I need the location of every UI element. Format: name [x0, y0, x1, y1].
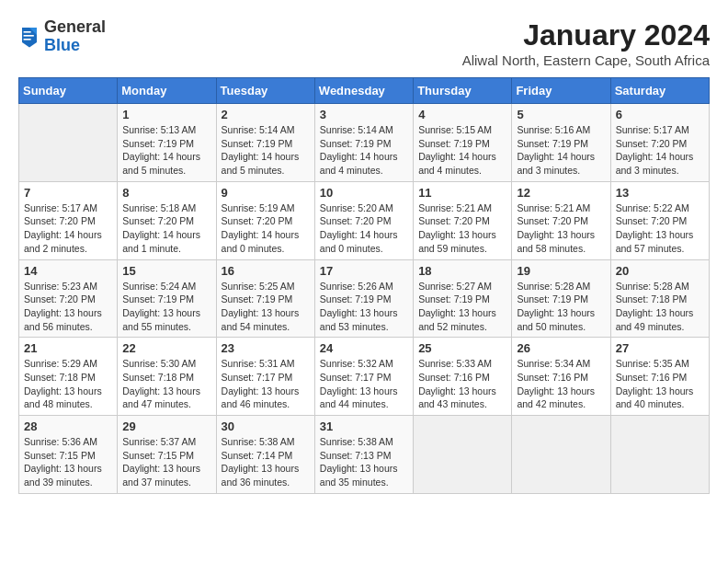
calendar-cell: 15Sunrise: 5:24 AMSunset: 7:19 PMDayligh… [118, 259, 216, 338]
cell-info: Sunrise: 5:29 AMSunset: 7:18 PMDaylight:… [24, 357, 112, 411]
logo-line2: Blue [44, 37, 106, 55]
calendar-cell: 6Sunrise: 5:17 AMSunset: 7:20 PMDaylight… [610, 104, 709, 182]
calendar-cell: 12Sunrise: 5:21 AMSunset: 7:20 PMDayligh… [512, 181, 610, 259]
day-number: 28 [24, 419, 112, 433]
calendar-cell: 7Sunrise: 5:17 AMSunset: 7:20 PMDaylight… [19, 181, 118, 259]
day-number: 15 [122, 264, 210, 278]
cell-info: Sunrise: 5:14 AMSunset: 7:19 PMDaylight:… [222, 123, 310, 178]
calendar-cell: 16Sunrise: 5:25 AMSunset: 7:19 PMDayligh… [216, 259, 314, 338]
calendar-week-5: 28Sunrise: 5:36 AMSunset: 7:15 PMDayligh… [19, 416, 710, 494]
calendar-cell: 20Sunrise: 5:28 AMSunset: 7:18 PMDayligh… [610, 259, 709, 338]
day-number: 6 [616, 108, 704, 121]
day-number: 11 [418, 186, 506, 200]
calendar-cell: 28Sunrise: 5:36 AMSunset: 7:15 PMDayligh… [19, 416, 118, 494]
location-title: Aliwal North, Eastern Cape, South Africa [462, 52, 710, 68]
cell-info: Sunrise: 5:21 AMSunset: 7:20 PMDaylight:… [517, 201, 605, 256]
cell-info: Sunrise: 5:33 AMSunset: 7:16 PMDaylight:… [418, 357, 506, 411]
day-number: 4 [418, 108, 506, 121]
day-number: 19 [517, 264, 605, 278]
calendar-cell: 2Sunrise: 5:14 AMSunset: 7:19 PMDaylight… [216, 104, 314, 182]
cell-info: Sunrise: 5:34 AMSunset: 7:16 PMDaylight:… [517, 357, 605, 411]
calendar-cell: 22Sunrise: 5:30 AMSunset: 7:18 PMDayligh… [118, 338, 216, 416]
cell-info: Sunrise: 5:16 AMSunset: 7:19 PMDaylight:… [517, 123, 605, 178]
calendar-cell: 4Sunrise: 5:15 AMSunset: 7:19 PMDaylight… [414, 104, 512, 182]
calendar-week-2: 7Sunrise: 5:17 AMSunset: 7:20 PMDaylight… [19, 181, 710, 259]
day-number: 7 [24, 186, 112, 200]
logo-text: General Blue [44, 18, 106, 55]
calendar-cell: 29Sunrise: 5:37 AMSunset: 7:15 PMDayligh… [118, 416, 216, 494]
calendar-cell: 5Sunrise: 5:16 AMSunset: 7:19 PMDaylight… [512, 104, 610, 182]
day-number: 25 [418, 341, 506, 355]
calendar-cell: 8Sunrise: 5:18 AMSunset: 7:20 PMDaylight… [118, 181, 216, 259]
calendar-table: SundayMondayTuesdayWednesdayThursdayFrid… [18, 77, 710, 494]
calendar-cell: 11Sunrise: 5:21 AMSunset: 7:20 PMDayligh… [414, 181, 512, 259]
day-number: 22 [122, 341, 210, 355]
calendar-cell [19, 104, 118, 182]
day-number: 27 [616, 341, 704, 355]
cell-info: Sunrise: 5:28 AMSunset: 7:18 PMDaylight:… [616, 280, 704, 334]
svg-rect-4 [24, 39, 31, 40]
day-number: 14 [24, 264, 112, 278]
cell-info: Sunrise: 5:21 AMSunset: 7:20 PMDaylight:… [418, 201, 506, 256]
page-header: General Blue January 2024 Aliwal North, … [18, 18, 710, 68]
cell-info: Sunrise: 5:14 AMSunset: 7:19 PMDaylight:… [320, 123, 408, 178]
day-number: 5 [517, 108, 605, 121]
day-number: 12 [517, 186, 605, 200]
calendar-cell: 9Sunrise: 5:19 AMSunset: 7:20 PMDaylight… [216, 181, 314, 259]
calendar-cell: 21Sunrise: 5:29 AMSunset: 7:18 PMDayligh… [19, 338, 118, 416]
cell-info: Sunrise: 5:17 AMSunset: 7:20 PMDaylight:… [24, 201, 112, 256]
day-number: 23 [222, 341, 310, 355]
title-section: January 2024 Aliwal North, Eastern Cape,… [462, 18, 710, 68]
day-number: 20 [616, 264, 704, 278]
cell-info: Sunrise: 5:15 AMSunset: 7:19 PMDaylight:… [418, 123, 506, 178]
cell-info: Sunrise: 5:24 AMSunset: 7:19 PMDaylight:… [122, 280, 210, 334]
day-number: 10 [320, 186, 408, 200]
cell-info: Sunrise: 5:37 AMSunset: 7:15 PMDaylight:… [122, 435, 210, 489]
calendar-cell: 18Sunrise: 5:27 AMSunset: 7:19 PMDayligh… [414, 259, 512, 338]
day-number: 13 [616, 186, 704, 200]
cell-info: Sunrise: 5:38 AMSunset: 7:13 PMDaylight:… [320, 435, 408, 489]
day-number: 26 [517, 341, 605, 355]
calendar-cell [512, 416, 610, 494]
cell-info: Sunrise: 5:38 AMSunset: 7:14 PMDaylight:… [222, 435, 310, 489]
calendar-cell: 10Sunrise: 5:20 AMSunset: 7:20 PMDayligh… [314, 181, 413, 259]
day-header-wednesday: Wednesday [314, 78, 413, 104]
calendar-cell [610, 416, 709, 494]
calendar-cell: 17Sunrise: 5:26 AMSunset: 7:19 PMDayligh… [314, 259, 413, 338]
day-header-thursday: Thursday [414, 78, 512, 104]
calendar-week-3: 14Sunrise: 5:23 AMSunset: 7:20 PMDayligh… [19, 259, 710, 338]
day-number: 30 [222, 419, 310, 433]
logo-icon [18, 24, 40, 50]
cell-info: Sunrise: 5:20 AMSunset: 7:20 PMDaylight:… [320, 201, 408, 256]
cell-info: Sunrise: 5:30 AMSunset: 7:18 PMDaylight:… [122, 357, 210, 411]
day-number: 17 [320, 264, 408, 278]
cell-info: Sunrise: 5:22 AMSunset: 7:20 PMDaylight:… [616, 201, 704, 256]
month-title: January 2024 [462, 18, 710, 52]
calendar-cell: 13Sunrise: 5:22 AMSunset: 7:20 PMDayligh… [610, 181, 709, 259]
calendar-cell [414, 416, 512, 494]
calendar-cell: 23Sunrise: 5:31 AMSunset: 7:17 PMDayligh… [216, 338, 314, 416]
day-header-tuesday: Tuesday [216, 78, 314, 104]
cell-info: Sunrise: 5:25 AMSunset: 7:19 PMDaylight:… [222, 280, 310, 334]
calendar-cell: 1Sunrise: 5:13 AMSunset: 7:19 PMDaylight… [118, 104, 216, 182]
calendar-cell: 31Sunrise: 5:38 AMSunset: 7:13 PMDayligh… [314, 416, 413, 494]
calendar-cell: 24Sunrise: 5:32 AMSunset: 7:17 PMDayligh… [314, 338, 413, 416]
cell-info: Sunrise: 5:28 AMSunset: 7:19 PMDaylight:… [517, 280, 605, 334]
day-number: 8 [122, 186, 210, 200]
cell-info: Sunrise: 5:27 AMSunset: 7:19 PMDaylight:… [418, 280, 506, 334]
cell-info: Sunrise: 5:31 AMSunset: 7:17 PMDaylight:… [222, 357, 310, 411]
calendar-cell: 19Sunrise: 5:28 AMSunset: 7:19 PMDayligh… [512, 259, 610, 338]
logo-line1: General [44, 18, 106, 37]
calendar-body: 1Sunrise: 5:13 AMSunset: 7:19 PMDaylight… [19, 104, 710, 494]
day-number: 31 [320, 419, 408, 433]
cell-info: Sunrise: 5:17 AMSunset: 7:20 PMDaylight:… [616, 123, 704, 178]
day-header-sunday: Sunday [19, 78, 118, 104]
day-number: 21 [24, 341, 112, 355]
day-number: 2 [222, 108, 310, 121]
cell-info: Sunrise: 5:19 AMSunset: 7:20 PMDaylight:… [222, 201, 310, 256]
cell-info: Sunrise: 5:18 AMSunset: 7:20 PMDaylight:… [122, 201, 210, 256]
day-header-monday: Monday [118, 78, 216, 104]
cell-info: Sunrise: 5:26 AMSunset: 7:19 PMDaylight:… [320, 280, 408, 334]
calendar-cell: 14Sunrise: 5:23 AMSunset: 7:20 PMDayligh… [19, 259, 118, 338]
day-number: 1 [122, 108, 210, 121]
